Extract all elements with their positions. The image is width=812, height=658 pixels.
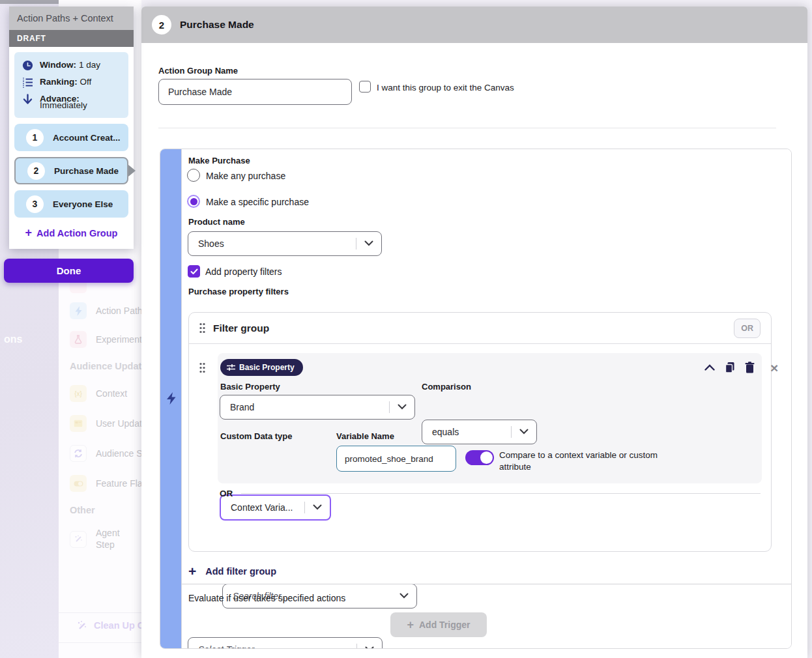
pill-label: Basic Property [239,363,295,372]
variable-name-input[interactable] [336,446,456,472]
filter-group-header: Filter group OR [189,313,771,344]
drag-handle-icon[interactable] [199,322,205,334]
modal-header: 2 Purchase Made [141,7,807,43]
sidebar-item-label: Audience Sy... [96,448,141,459]
copy-icon[interactable] [725,362,735,373]
wand-icon [70,531,87,548]
custom-data-type-select[interactable]: Context Varia... [220,494,331,521]
lightning-icon [70,302,87,319]
braces-icon: {x} [70,385,87,402]
group-number-badge: 2 [27,162,45,180]
arrow-down-icon [22,94,33,105]
add-property-filters-checkbox[interactable] [188,265,200,278]
product-name-label: Product name [188,217,245,227]
add-filter-group-button[interactable]: + Add filter group [188,564,276,579]
filter-group-card: Filter group OR Basic Property [188,312,772,552]
chevron-down-icon [398,404,407,410]
window-summary-row: Window: 1 day [22,60,122,71]
sidebar-item-audience-sync: Audience Sy... [70,445,141,462]
make-any-purchase-label: Make any purchase [206,171,285,181]
sidebar-item-agent-step: Agent Step [70,528,136,551]
sidebar-item-label: Feature Flag [96,478,141,489]
group-number-badge: 3 [26,195,44,213]
make-purchase-label: Make Purchase [188,156,250,165]
editor-content: Make Purchase Make any purchase Make a s… [182,149,791,648]
sidebar-item-user-update: User Update [70,415,141,432]
action-type-color-bar [160,149,182,648]
group-label: Account Creat... [53,133,121,143]
add-property-filters-label: Add property filters [205,266,282,277]
basic-property-pill: Basic Property [220,359,303,376]
add-trigger-button-disabled[interactable]: + Add Trigger [390,612,487,637]
make-any-purchase-radio[interactable] [187,169,200,182]
clock-icon [22,60,33,71]
action-group-item-3[interactable]: 3 Everyone Else [14,190,128,218]
window-value: 1 day [79,60,100,70]
sidebar-item-label: Experiment [96,334,141,345]
exit-canvas-checkbox[interactable] [359,81,371,93]
window-label: Window: [40,60,76,70]
settings-summary-box: Window: 1 day Ranking: Off Advance: Imme… [14,52,128,118]
comparison-label: Comparison [422,382,471,392]
collapse-chevron-up-icon[interactable] [704,364,715,371]
comparison-select[interactable]: equals [422,420,537,444]
card-icon [70,415,87,432]
step-number-badge: 2 [152,15,171,35]
sidebar-item-label: Context [96,388,127,399]
lightning-bolt-icon [165,392,177,408]
compare-context-toggle-label: Compare to a context variable or custom … [499,450,688,473]
variable-name-label: Variable Name [336,431,394,441]
add-filter-group-label: Add filter group [205,566,276,577]
sidebar-item-context: {x} Context [70,385,127,402]
trash-icon[interactable] [745,362,755,373]
chevron-down-icon [519,429,529,435]
chevron-down-icon [313,504,322,510]
chevron-down-icon [364,240,373,246]
sidebar-item-clean-up: Clean Up Ca... [77,620,141,631]
action-group-item-1[interactable]: 1 Account Creat... [14,124,128,151]
section-divider [158,128,776,128]
sidebar-section-audience-update: Audience Updat... [70,361,141,371]
or-connector-label: OR [220,489,233,498]
select-trigger-dropdown[interactable]: Select Trigger [188,637,383,649]
group-operator-badge[interactable]: OR [734,319,761,338]
plus-icon: + [188,564,196,579]
group-label: Everyone Else [53,199,113,209]
sidebar-item-label: Clean Up Ca... [94,620,141,631]
group-label: Purchase Made [54,166,119,176]
action-group-name-label: Action Group Name [158,66,238,76]
sliders-icon [227,364,235,371]
sidebar-item-experiment: Experiment [70,331,141,348]
drag-handle-icon[interactable] [199,362,205,373]
group-number-badge: 1 [26,129,44,147]
add-action-group-button[interactable]: + Add Action Group [14,226,128,240]
modal-title: Purchase Made [180,19,254,31]
sidebar-item-label: Action Path [96,306,141,316]
done-button[interactable]: Done [4,259,134,283]
or-divider-line [241,493,761,494]
action-paths-panel: Action Paths + Context DRAFT Window: 1 d… [9,7,134,249]
ranking-label: Ranking: [40,77,78,87]
panel-title: Action Paths + Context [9,7,134,30]
basic-property-value: Brand [230,402,254,412]
basic-property-select[interactable]: Brand [220,395,415,420]
trigger-section-divider [182,584,791,584]
custom-data-type-value: Context Varia... [231,502,293,513]
compare-context-toggle[interactable] [465,450,494,465]
action-group-item-2-selected[interactable]: 2 Purchase Made [14,157,128,184]
basic-property-label: Basic Property [220,382,280,392]
product-name-select[interactable]: Shoes [188,231,382,256]
filter-group-title: Filter group [213,322,269,334]
filter-group-body: Basic Property Basic Property Brand Comp… [189,344,771,552]
rail-text-fragment: ons [4,334,22,345]
exit-canvas-label: I want this group to exit the Canvas [377,83,514,93]
add-action-group-label: Add Action Group [36,228,117,238]
plus-icon: + [407,618,414,632]
make-specific-purchase-label: Make a specific purchase [206,197,309,207]
add-trigger-label: Add Trigger [419,620,471,630]
ranked-list-icon [22,77,33,88]
make-specific-purchase-radio[interactable] [187,195,200,208]
remove-filter-group-button[interactable]: × [770,360,778,376]
sidebar-item-feature-flag: Feature Flag [70,475,141,492]
action-group-name-input[interactable] [158,79,352,105]
